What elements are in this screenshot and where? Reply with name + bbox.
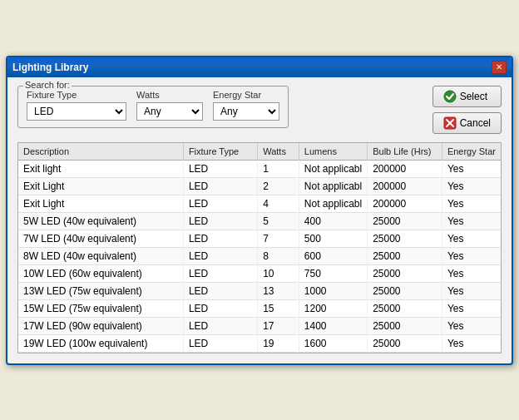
close-button[interactable]: ✕ — [492, 61, 507, 74]
table-row[interactable]: 17W LED (90w equivalent) LED 17 1400 250… — [18, 317, 501, 334]
cell-lumens: 500 — [299, 230, 367, 247]
cell-lumens: 1200 — [299, 299, 367, 317]
table-row[interactable]: Exit Light LED 4 Not applicabl 200000 Ye… — [18, 195, 501, 212]
cell-description: 5W LED (40w equivalent) — [18, 212, 183, 230]
cell-lumens: 750 — [299, 264, 367, 282]
data-table-container: Description Fixture Type Watts Lumens Bu… — [17, 142, 502, 353]
cell-lumens: Not applicabl — [299, 177, 367, 195]
cell-fixture-type: LED — [183, 230, 257, 247]
cell-watts: 13 — [258, 282, 299, 299]
table-row[interactable]: 13W LED (75w equivalent) LED 13 1000 250… — [18, 282, 501, 299]
cell-fixture-type: LED — [183, 317, 257, 334]
header-bulb-life: Bulb Life (Hrs) — [368, 143, 442, 161]
cell-bulb-life: 25000 — [368, 264, 442, 282]
window-title: Lighting Library — [12, 62, 88, 73]
cell-fixture-type: LED — [183, 299, 257, 317]
cell-watts: 5 — [258, 212, 299, 230]
lighting-library-window: Lighting Library ✕ Search for: Fixture T… — [6, 56, 513, 365]
cell-description: 8W LED (40w equivalent) — [18, 247, 183, 264]
header-watts: Watts — [258, 143, 299, 161]
fixture-type-filter: Fixture Type LED Any CFL Fluorescent Inc… — [27, 90, 126, 121]
cell-description: 17W LED (90w equivalent) — [18, 317, 183, 334]
select-icon — [443, 90, 457, 103]
cell-bulb-life: 25000 — [368, 247, 442, 264]
table-row[interactable]: 10W LED (60w equivalent) LED 10 750 2500… — [18, 264, 501, 282]
cell-watts: 10 — [258, 264, 299, 282]
cell-description: Exit light — [18, 160, 183, 177]
cell-fixture-type: LED — [183, 334, 257, 352]
cell-description: Exit Light — [18, 177, 183, 195]
cell-fixture-type: LED — [183, 247, 257, 264]
cell-watts: 19 — [258, 334, 299, 352]
cell-watts: 7 — [258, 230, 299, 247]
lighting-table: Description Fixture Type Watts Lumens Bu… — [18, 143, 501, 353]
table-row[interactable]: Exit light LED 1 Not applicabl 200000 Ye… — [18, 160, 501, 177]
fixture-type-select[interactable]: LED Any CFL Fluorescent Incandescent Hal… — [27, 102, 126, 121]
cell-watts: 2 — [258, 177, 299, 195]
cell-description: Exit Light — [18, 195, 183, 212]
cell-lumens: Not applicabl — [299, 160, 367, 177]
cell-energy-star: Yes — [442, 299, 501, 317]
search-section: Search for: Fixture Type LED Any CFL Flu… — [17, 86, 289, 128]
cell-bulb-life: 200000 — [368, 195, 442, 212]
title-bar: Lighting Library ✕ — [7, 57, 512, 77]
watts-select[interactable]: Any 124 578 101315 1719 — [136, 102, 203, 121]
search-label: Search for: — [23, 80, 72, 90]
watts-filter: Watts Any 124 578 101315 1719 — [136, 90, 203, 121]
table-body: Exit light LED 1 Not applicabl 200000 Ye… — [18, 160, 501, 352]
energy-star-filter: Energy Star Any Yes No — [213, 90, 279, 121]
cell-energy-star: Yes — [442, 282, 501, 299]
cell-description: 7W LED (40w equivalent) — [18, 230, 183, 247]
cell-energy-star: Yes — [442, 264, 501, 282]
cell-watts: 1 — [258, 160, 299, 177]
table-row[interactable]: 8W LED (40w equivalent) LED 8 600 25000 … — [18, 247, 501, 264]
table-row[interactable]: 15W LED (75w equivalent) LED 15 1200 250… — [18, 299, 501, 317]
cell-lumens: 1600 — [299, 334, 367, 352]
cell-description: 19W LED (100w equivalent) — [18, 334, 183, 352]
cell-fixture-type: LED — [183, 195, 257, 212]
cell-bulb-life: 200000 — [368, 160, 442, 177]
cell-energy-star: Yes — [442, 195, 501, 212]
cell-watts: 4 — [258, 195, 299, 212]
cancel-icon — [443, 116, 457, 130]
cell-fixture-type: LED — [183, 212, 257, 230]
table-row[interactable]: 19W LED (100w equivalent) LED 19 1600 25… — [18, 334, 501, 352]
cell-energy-star: Yes — [442, 212, 501, 230]
cell-energy-star: Yes — [442, 334, 501, 352]
cell-description: 10W LED (60w equivalent) — [18, 264, 183, 282]
cell-watts: 15 — [258, 299, 299, 317]
table-row[interactable]: 5W LED (40w equivalent) LED 5 400 25000 … — [18, 212, 501, 230]
cell-bulb-life: 25000 — [368, 334, 442, 352]
window-content: Search for: Fixture Type LED Any CFL Flu… — [7, 77, 512, 363]
cell-fixture-type: LED — [183, 160, 257, 177]
select-button-label: Select — [460, 91, 487, 102]
cell-fixture-type: LED — [183, 177, 257, 195]
fixture-type-label: Fixture Type — [27, 90, 126, 100]
search-row: Search for: Fixture Type LED Any CFL Flu… — [17, 86, 502, 134]
cell-lumens: 400 — [299, 212, 367, 230]
select-button[interactable]: Select — [432, 86, 502, 107]
energy-star-select[interactable]: Any Yes No — [213, 102, 279, 121]
cell-energy-star: Yes — [442, 247, 501, 264]
cell-energy-star: Yes — [442, 230, 501, 247]
cell-energy-star: Yes — [442, 177, 501, 195]
cell-bulb-life: 25000 — [368, 317, 442, 334]
watts-label: Watts — [136, 90, 203, 100]
table-row[interactable]: Exit Light LED 2 Not applicabl 200000 Ye… — [18, 177, 501, 195]
cancel-button[interactable]: Cancel — [432, 112, 502, 134]
cell-watts: 17 — [258, 317, 299, 334]
table-header-row: Description Fixture Type Watts Lumens Bu… — [18, 143, 501, 161]
cell-description: 13W LED (75w equivalent) — [18, 282, 183, 299]
table-row[interactable]: 7W LED (40w equivalent) LED 7 500 25000 … — [18, 230, 501, 247]
cell-watts: 8 — [258, 247, 299, 264]
header-fixture-type: Fixture Type — [183, 143, 257, 161]
energy-star-label: Energy Star — [213, 90, 279, 100]
cell-fixture-type: LED — [183, 282, 257, 299]
header-description: Description — [18, 143, 183, 161]
header-energy-star: Energy Star — [442, 143, 501, 161]
cell-bulb-life: 200000 — [368, 177, 442, 195]
cell-lumens: 600 — [299, 247, 367, 264]
cell-bulb-life: 25000 — [368, 212, 442, 230]
cell-bulb-life: 25000 — [368, 230, 442, 247]
cell-description: 15W LED (75w equivalent) — [18, 299, 183, 317]
